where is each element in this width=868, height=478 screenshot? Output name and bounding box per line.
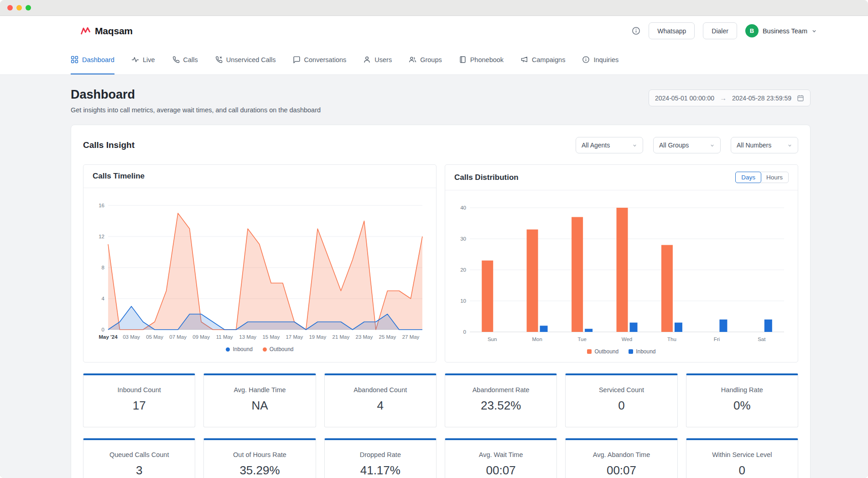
calls-distribution-chart: 010203040SunMonTueWedThuFriSat: [453, 196, 789, 347]
metric-value: 35.29%: [239, 463, 280, 478]
tab-users[interactable]: Users: [363, 46, 392, 74]
date-range-end: 2024-05-28 23:59:59: [732, 95, 791, 102]
metric-label: Abandoned Count: [353, 386, 407, 394]
metric-card: Abandoned Count4: [324, 373, 437, 427]
tab-groups[interactable]: Groups: [409, 46, 442, 74]
metric-value: 17: [133, 399, 146, 413]
window-minimize-button[interactable]: [16, 5, 22, 11]
svg-text:Thu: Thu: [667, 336, 676, 342]
tab-conversations[interactable]: Conversations: [293, 46, 347, 74]
inquiries-info-icon: [582, 56, 590, 63]
dialer-button[interactable]: Dialer: [703, 22, 737, 39]
svg-text:May '24: May '24: [99, 334, 118, 340]
metric-label: Within Service Level: [712, 451, 772, 458]
svg-text:16: 16: [99, 203, 104, 208]
calls-timeline-chart: 0481216May '2403 May05 May07 May09 May11…: [92, 194, 427, 345]
window-close-button[interactable]: [7, 5, 13, 11]
account-name: Business Team: [763, 27, 807, 35]
legend-label: Outbound: [594, 348, 619, 355]
svg-text:15 May: 15 May: [262, 334, 280, 340]
tab-label: Live: [143, 56, 155, 63]
numbers-filter-select[interactable]: All Numbers: [731, 137, 798, 153]
svg-text:03 May: 03 May: [123, 334, 140, 340]
svg-text:8: 8: [102, 265, 104, 270]
tab-label: Dashboard: [82, 56, 114, 63]
svg-text:21 May: 21 May: [333, 334, 350, 340]
metric-value: 3: [136, 463, 142, 478]
metric-label: Handling Rate: [721, 386, 763, 394]
agents-filter-select[interactable]: All Agents: [576, 137, 643, 153]
chevron-down-icon: [632, 143, 637, 148]
brand-name: Maqsam: [95, 26, 133, 37]
tab-label: Unserviced Calls: [226, 56, 276, 63]
metric-label: Avg. Abandon Time: [593, 451, 650, 458]
svg-text:Tue: Tue: [577, 336, 586, 342]
book-icon: [459, 56, 467, 63]
info-icon[interactable]: [632, 26, 640, 35]
live-activity-icon: [131, 56, 139, 63]
app-header: Maqsam Whatsapp Dialer B Business Team: [0, 16, 868, 46]
window-zoom-button[interactable]: [26, 5, 31, 11]
tab-campaigns[interactable]: Campaigns: [520, 46, 565, 74]
tab-inquiries[interactable]: Inquiries: [582, 46, 619, 74]
arrow-right-icon: →: [720, 94, 727, 102]
legend-label: Inbound: [233, 346, 252, 352]
tab-label: Calls: [183, 56, 198, 63]
legend-label: Outbound: [270, 346, 294, 352]
svg-text:30: 30: [460, 236, 466, 242]
outbound-legend-marker: [263, 347, 267, 352]
calendar-icon: [797, 95, 804, 102]
main-content: Dashboard Get insights into call metrics…: [0, 75, 868, 478]
metric-card: Queued Calls Count3: [83, 438, 195, 478]
app-window: Maqsam Whatsapp Dialer B Business Team: [0, 0, 868, 478]
window-titlebar: [0, 0, 868, 16]
metric-label: Abandonment Rate: [473, 386, 530, 394]
svg-text:09 May: 09 May: [192, 334, 210, 340]
date-range-picker[interactable]: 2024-05-01 00:00:00 → 2024-05-28 23:59:5…: [649, 89, 811, 106]
metric-label: Dropped Rate: [360, 451, 401, 458]
legend-item-inbound[interactable]: Inbound: [629, 348, 655, 355]
tab-unserviced-calls[interactable]: Unserviced Calls: [215, 46, 276, 74]
tab-label: Phonebook: [470, 56, 504, 63]
svg-text:07 May: 07 May: [169, 334, 187, 340]
tab-calls[interactable]: Calls: [172, 46, 198, 74]
tab-dashboard[interactable]: Dashboard: [71, 46, 114, 74]
svg-text:20: 20: [460, 267, 466, 273]
svg-text:Mon: Mon: [532, 336, 542, 342]
svg-text:17 May: 17 May: [286, 334, 303, 340]
calls-distribution-header: Calls Distribution Days Hours: [445, 165, 798, 190]
chat-bubble-icon: [293, 56, 301, 63]
metric-card: Avg. Wait Time00:07: [445, 438, 557, 478]
svg-text:05 May: 05 May: [146, 334, 163, 340]
groups-filter-select[interactable]: All Groups: [653, 137, 721, 153]
metric-card: Serviced Count0: [565, 373, 677, 427]
legend-item-inbound[interactable]: Inbound: [226, 346, 252, 352]
metric-card: Avg. Abandon Time00:07: [565, 438, 677, 478]
whatsapp-button[interactable]: Whatsapp: [649, 22, 695, 39]
chevron-down-icon: [787, 143, 792, 148]
toggle-hours[interactable]: Hours: [761, 172, 788, 183]
svg-text:13 May: 13 May: [239, 334, 256, 340]
tab-phonebook[interactable]: Phonebook: [459, 46, 504, 74]
metric-label: Serviced Count: [599, 386, 644, 394]
calls-distribution-card: Calls Distribution Days Hours 010203040S…: [445, 164, 798, 362]
tab-live[interactable]: Live: [131, 46, 155, 74]
toggle-days[interactable]: Days: [735, 172, 761, 183]
svg-text:Wed: Wed: [622, 336, 632, 342]
account-menu[interactable]: B Business Team: [745, 24, 817, 37]
svg-text:19 May: 19 May: [309, 334, 326, 340]
numbers-filter-value: All Numbers: [737, 142, 771, 149]
phone-icon: [172, 56, 180, 63]
metric-value: 23.52%: [481, 399, 521, 413]
svg-text:11 May: 11 May: [216, 334, 233, 340]
chevron-down-icon: [811, 28, 817, 34]
metric-card: Dropped Rate41.17%: [324, 438, 437, 478]
charts-row: Calls Timeline 0481216May '2403 May05 Ma…: [83, 164, 798, 362]
maqsam-logo[interactable]: Maqsam: [80, 26, 133, 37]
svg-text:Sun: Sun: [488, 336, 497, 342]
legend-item-outbound[interactable]: Outbound: [587, 348, 619, 355]
days-hours-toggle: Days Hours: [735, 172, 789, 183]
legend-item-outbound[interactable]: Outbound: [263, 346, 294, 352]
page-header: Dashboard Get insights into call metrics…: [71, 88, 811, 114]
chevron-down-icon: [710, 143, 715, 148]
